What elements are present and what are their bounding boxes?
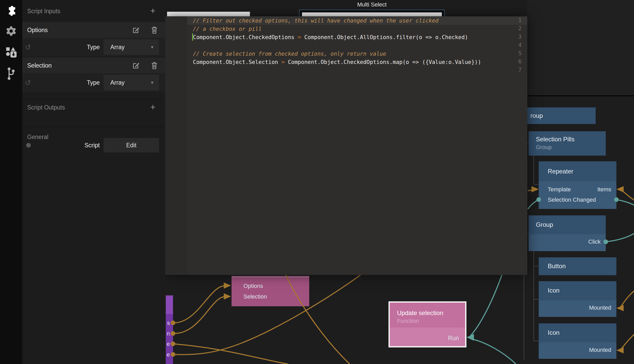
reset-icon[interactable]: ↺ [25,43,31,52]
code-line-7[interactable] [187,66,527,75]
reset-icon[interactable]: ↺ [25,78,31,87]
code-token-operator: = [298,34,301,40]
sidebar-item-version-control[interactable] [0,65,22,82]
node-title: Update selection [397,309,443,317]
input-row-selection[interactable]: Selection [22,57,165,73]
node-object-clipped-header[interactable] [166,295,173,314]
sidebar-item-components[interactable] [0,2,22,19]
selected-type: Array [110,44,125,51]
code-token: Component.Object.CheckedOptions [193,34,298,40]
code-token: Component.Object.CheckedOptions.map(o =>… [285,59,481,65]
node-icon-2[interactable]: Icon Mounted [539,323,616,359]
section-script-inputs: Script Inputs [27,8,60,15]
node-title: Icon [548,329,559,336]
type-row-options: ↺ Type Array ▾ [22,38,165,56]
node-button[interactable]: Button [539,257,616,275]
node-title: Button [548,263,566,270]
type-select-selection[interactable]: Array ▾ [104,75,159,90]
chevron-down-icon: ▾ [151,44,153,50]
port-clipped-4[interactable]: e [167,351,170,358]
node-repeater[interactable]: Repeater Template Items Selection Change… [539,161,616,209]
node-object-clipped-body[interactable]: s n e e [166,314,173,364]
editor-gutter [165,16,187,275]
section-general: General [27,134,48,141]
node-update-selection[interactable]: Update selection Function Run [388,301,466,347]
tree-elbow-repeater [534,184,539,185]
port-clipped-3[interactable]: e [167,341,170,347]
puzzle-icon [6,5,17,16]
port-clipped-2[interactable]: n [167,330,170,337]
sidebar-item-component-library[interactable] [0,44,22,61]
selected-type: Array [110,79,125,86]
node-title: Group [536,221,553,228]
code-line-4[interactable] [187,41,527,50]
node-title: Selection Pills [536,136,574,143]
add-output-button[interactable]: + [150,103,155,111]
properties-panel: Script Inputs + Options ↺ Type Array ▾ S… [22,0,165,364]
app-window: Multi Select roup Selection Pills Group … [0,0,634,364]
sidebar-item-settings[interactable] [0,23,22,39]
node-group[interactable]: Group Click [529,215,606,251]
activity-sidebar [0,0,22,364]
preview-canvas-divider [527,95,634,96]
trash-icon[interactable] [151,26,158,34]
type-select-options[interactable]: Array ▾ [104,39,159,55]
port-click[interactable]: Click [588,238,601,245]
code-token: Component.Object.AllOptions.filter(o => … [301,34,468,40]
node-title: roup [530,112,543,119]
multi-select-preview-label: Multi Select [299,1,445,8]
type-label: Type [87,79,100,86]
port-selection[interactable]: Selection [243,293,267,300]
type-row-selection: ↺ Type Array ▾ [22,73,165,92]
port-clipped-1[interactable]: s [167,320,170,326]
tree-tick-button [534,266,539,266]
type-label: Type [87,44,100,51]
preview-area-background [527,0,634,95]
code-line-6[interactable]: Component.Object.Selection = Component.O… [187,58,527,66]
port-items[interactable]: Items [597,186,611,193]
port-mounted[interactable]: Mounted [589,304,611,311]
edit-icon[interactable] [132,26,140,34]
divider [22,99,165,99]
tree-line-repeater [534,156,534,185]
script-editor-panel[interactable]: 1 2 3 4 5 6 7 // Filter out checked opti… [165,16,527,275]
port-selection-changed[interactable]: Selection Changed [548,196,596,203]
chevron-down-icon: ▾ [151,80,153,85]
node-subtitle: Function [397,318,419,324]
edit-script-button[interactable]: Edit [104,138,159,152]
code-line-5[interactable]: // Create selection from checked options… [187,50,527,58]
edit-icon[interactable] [132,62,140,69]
port-run[interactable]: Run [448,335,459,342]
node-checked-options[interactable]: Options Selection [232,276,309,306]
tree-line-children [534,251,534,341]
node-icon-1[interactable]: Icon Mounted [539,281,616,317]
section-script-outputs: Script Outputs [27,104,65,111]
port-template[interactable]: Template [548,186,571,193]
gear-icon [5,25,17,37]
node-title: Repeater [548,168,573,175]
text-cursor [192,33,193,41]
input-row-options[interactable]: Options [22,22,165,38]
trash-icon[interactable] [151,62,158,69]
script-status-dot [26,143,31,148]
node-group-clipped[interactable]: roup [527,107,596,124]
script-label: Script [84,142,100,149]
tree-tick-icon1 [534,299,539,300]
divider [22,127,165,127]
port-options[interactable]: Options [243,283,263,289]
code-token: Component.Object.Selection [193,59,281,65]
code-line-3[interactable]: Component.Object.CheckedOptions = Compon… [187,33,527,41]
node-title: Icon [548,287,559,294]
node-selection-pills[interactable]: Selection Pills Group [529,131,606,156]
components-icon [5,46,17,58]
input-name: Options [27,26,48,33]
code-line-2[interactable]: // a checkbox or pill [187,25,527,33]
tree-elbow-icon2 [534,341,539,341]
add-input-button[interactable]: + [150,6,155,15]
code-token-operator: = [281,59,285,65]
code-line-1[interactable]: // Filter out checked options, this will… [187,17,527,25]
input-name: Selection [27,62,52,69]
node-subtitle: Group [536,144,552,151]
version-branch-icon [6,67,16,80]
port-mounted[interactable]: Mounted [589,347,611,353]
